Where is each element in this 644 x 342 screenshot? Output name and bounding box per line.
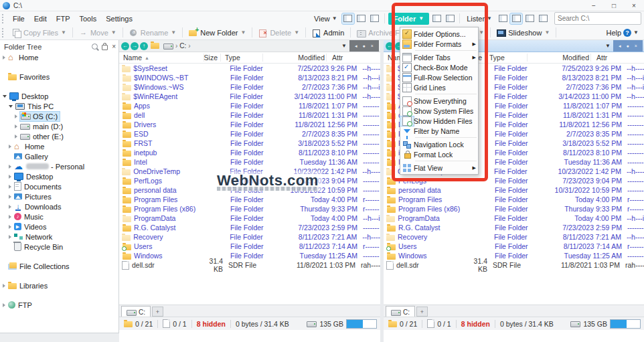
- menu-item-navigation-lock[interactable]: Navigation Lock: [400, 139, 478, 149]
- column-header-size[interactable]: Size: [204, 54, 221, 62]
- menu-item-edit[interactable]: Edit: [29, 13, 52, 24]
- menu-item-folder-options-[interactable]: Folder Options...: [400, 29, 478, 39]
- sidebar-item--personal[interactable]: ☁- Personal: [0, 161, 118, 171]
- quick-folder-icon[interactable]: [151, 43, 159, 49]
- copy-files-button[interactable]: Copy Files▼: [8, 27, 70, 38]
- menu-item-show-system-files[interactable]: Show System Files: [400, 106, 478, 116]
- move-button[interactable]: Move▼: [75, 27, 120, 38]
- chevron-right-icon[interactable]: [15, 135, 17, 139]
- table-row[interactable]: PerfLogsFile Folder7/23/2023 9:04 PM----…: [384, 176, 644, 185]
- clone-icon[interactable]: ●: [363, 44, 366, 48]
- table-row[interactable]: dell.sdr31.4 KBSDR File11/8/2021 1:03 PM…: [384, 260, 644, 270]
- folder-format-icon[interactable]: [430, 13, 442, 24]
- column-header-attr[interactable]: Attr: [327, 54, 356, 62]
- table-row[interactable]: $WINDOWS.~BTFile Folder8/13/2023 8:21 PM…: [119, 73, 380, 82]
- menu-item-settings[interactable]: Settings: [101, 13, 137, 24]
- close-pane-icon[interactable]: ×: [635, 44, 637, 48]
- menu-item-flat-view[interactable]: Flat View▶: [400, 163, 478, 173]
- maximize-button[interactable]: □: [604, 0, 624, 11]
- chevron-right-icon[interactable]: [9, 225, 11, 229]
- sidebar-item-main-d-[interactable]: main (D:): [0, 121, 118, 131]
- sidebar-item-favorites[interactable]: Favorites: [0, 72, 118, 82]
- table-row[interactable]: R.G. CatalystFile Folder7/23/2023 2:59 P…: [119, 223, 380, 232]
- chevron-down-icon[interactable]: ▼: [341, 43, 347, 49]
- column-header-attr[interactable]: Attr: [591, 54, 621, 62]
- menu-item-tools[interactable]: Tools: [74, 13, 101, 24]
- table-row[interactable]: ProgramDataFile FolderToday 4:00 PM--h--…: [119, 213, 380, 223]
- chevron-down-icon[interactable]: ▼: [605, 43, 611, 49]
- folder-dropdown-button[interactable]: Folder ▼: [388, 13, 430, 25]
- table-row[interactable]: dell.sdr31.4 KBSDR File11/8/2021 1:03 PM…: [119, 260, 380, 270]
- swap-icon[interactable]: ◂: [619, 44, 621, 49]
- table-row[interactable]: WindowsFile FolderTuesday 11:25 AM------…: [384, 251, 644, 260]
- chevron-right-icon[interactable]: [9, 175, 11, 179]
- breadcrumb[interactable]: ›C:›: [163, 42, 191, 50]
- column-header-type[interactable]: Type: [485, 54, 528, 62]
- table-row[interactable]: UsersFile Folder8/11/2023 7:14 AMr------: [119, 242, 380, 251]
- admin-button[interactable]: Admin: [308, 27, 348, 38]
- sidebar-item-gallery[interactable]: Gallery: [0, 151, 118, 161]
- sidebar-item-this-pc[interactable]: This PC: [0, 101, 118, 111]
- folder-sync-icon[interactable]: [444, 13, 456, 24]
- lister-tree-icon[interactable]: [524, 13, 536, 24]
- delete-button[interactable]: Delete▼: [254, 27, 303, 38]
- table-row[interactable]: UsersFile Folder8/11/2023 7:14 AMr------: [384, 242, 644, 251]
- back-icon[interactable]: ←: [386, 42, 394, 50]
- tab-drive-c[interactable]: C:: [386, 306, 415, 317]
- tree-close-icon[interactable]: ×: [112, 43, 116, 50]
- table-row[interactable]: RecoveryFile Folder8/11/2023 7:21 AM--h-…: [119, 232, 380, 242]
- tree-lock-icon[interactable]: [102, 45, 108, 50]
- slideshow-button[interactable]: Slideshow▼: [493, 27, 554, 38]
- sidebar-item-home[interactable]: ⌂Home: [0, 141, 118, 151]
- menu-item-folder-formats[interactable]: Folder Formats▶: [400, 39, 478, 49]
- sidebar-item-os-c-[interactable]: OS (C:): [0, 111, 118, 121]
- sidebar-item-other-e-[interactable]: other (E:): [0, 131, 118, 141]
- lister-dropdown[interactable]: Lister ▼: [463, 13, 495, 24]
- menu-item-ftp[interactable]: FTP: [52, 13, 75, 24]
- close-pane-icon[interactable]: ×: [371, 44, 374, 48]
- table-row[interactable]: dellFile Folder11/8/2021 1:31 PM-------: [119, 110, 380, 120]
- column-header-modified[interactable]: Modified: [528, 54, 591, 62]
- sidebar-item-recycle-bin[interactable]: Recycle Bin: [0, 242, 118, 252]
- forward-icon[interactable]: →: [131, 42, 139, 50]
- sidebar-item-network[interactable]: Network: [0, 232, 118, 242]
- sidebar-item-desktop[interactable]: Desktop: [0, 171, 118, 181]
- chevron-right-icon[interactable]: [15, 114, 17, 118]
- chevron-down-icon[interactable]: [3, 95, 7, 98]
- chevron-right-icon[interactable]: [9, 145, 11, 149]
- table-row[interactable]: ProgramDataFile FolderToday 4:00 PM--h--…: [384, 213, 644, 223]
- close-button[interactable]: ×: [624, 0, 644, 11]
- table-row[interactable]: R.G. CatalystFile Folder7/23/2023 2:59 P…: [384, 223, 644, 232]
- table-row[interactable]: $WinREAgentFile Folder3/14/2023 11:00 PM…: [119, 92, 380, 101]
- chevron-right-icon[interactable]: [3, 284, 5, 288]
- add-tab-button[interactable]: +: [416, 307, 428, 317]
- tree-search-icon[interactable]: [92, 44, 98, 50]
- table-row[interactable]: personal dataFile Folder10/31/2022 10:59…: [384, 185, 644, 195]
- sidebar-item-file-collections[interactable]: File Collections: [0, 261, 118, 271]
- lister-viewer-icon[interactable]: [537, 13, 549, 24]
- new-folder-button[interactable]: New Folder▼: [185, 27, 250, 38]
- menu-item-check-box-mode[interactable]: Check-Box Mode: [400, 62, 478, 72]
- up-icon[interactable]: ↑: [140, 42, 148, 50]
- chevron-right-icon[interactable]: [9, 215, 11, 219]
- back-icon[interactable]: ←: [121, 42, 129, 50]
- add-tab-button[interactable]: +: [152, 307, 163, 317]
- table-row[interactable]: Program FilesFile FolderToday 4:00 PMr--…: [384, 195, 644, 204]
- chevron-right-icon[interactable]: [15, 124, 17, 129]
- table-row[interactable]: Program Files (x86)File FolderThursday 9…: [384, 204, 644, 213]
- table-row[interactable]: WindowsFile FolderTuesday 11:25 AM------…: [119, 251, 380, 260]
- chevron-right-icon[interactable]: [9, 165, 11, 169]
- sidebar-item-downloads[interactable]: ↓Downloads: [0, 201, 118, 211]
- table-row[interactable]: IntelFile FolderTuesday 11:36 AM-------: [119, 157, 380, 167]
- sidebar-item-music[interactable]: ♪Music: [0, 211, 118, 222]
- menu-item-format-lock[interactable]: Format Lock: [400, 149, 478, 159]
- sidebar-item-videos[interactable]: ▶Videos: [0, 222, 118, 232]
- table-row[interactable]: DriversFile Folder11/8/2021 12:56 PM----…: [119, 120, 380, 129]
- table-row[interactable]: AppsFile Folder11/8/2021 1:07 PM-------: [119, 101, 380, 110]
- view-dropdown[interactable]: View ▼: [311, 13, 341, 24]
- sidebar-item-documents[interactable]: Documents: [0, 181, 118, 191]
- sidebar-item-home[interactable]: ⌂Home: [0, 52, 118, 62]
- table-row[interactable]: Program Files (x86)File FolderThursday 9…: [119, 204, 380, 213]
- menu-item-folder-tabs[interactable]: Folder Tabs▶: [400, 52, 478, 62]
- chevron-right-icon[interactable]: [9, 195, 11, 199]
